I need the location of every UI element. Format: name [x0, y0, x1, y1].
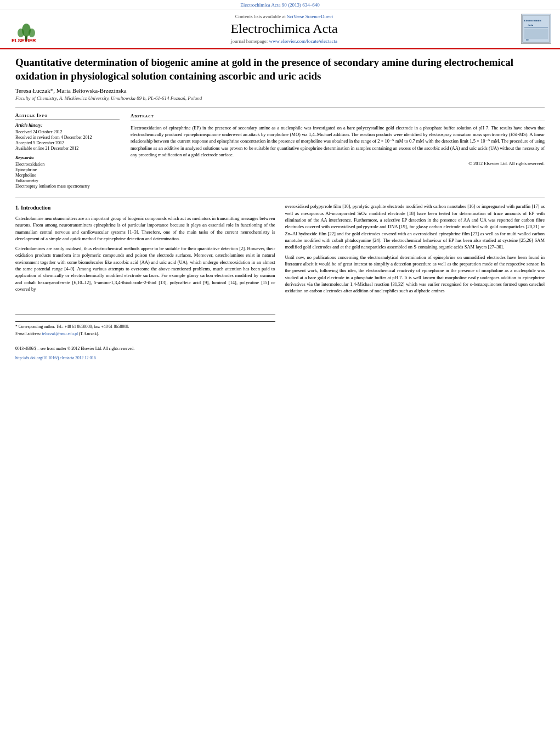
- email-link[interactable]: teluczak@amu.edu.pl: [42, 331, 78, 336]
- abstract-copyright: © 2012 Elsevier Ltd. All rights reserved…: [131, 160, 545, 167]
- doi-link[interactable]: http://dx.doi.org/10.1016/j.electacta.20…: [15, 355, 96, 361]
- journal-title: Electrochimica Acta: [58, 21, 510, 36]
- footnote-divider: [15, 321, 275, 322]
- article-title: Quantitative determination of biogenic a…: [15, 56, 545, 83]
- keyword-3: Morpholine: [15, 173, 120, 178]
- article-info-abstract: Article Info Article history: Received 2…: [15, 108, 545, 189]
- svg-rect-11: [524, 29, 548, 39]
- article-info-heading: Article Info: [15, 112, 120, 120]
- journal-citation: Electrochimica Acta 90 (2013) 634–640: [240, 2, 319, 8]
- homepage-line: journal homepage: www.elsevier.com/locat…: [58, 38, 510, 44]
- body-right-column: overoxidised polypyrrole film [10], pyro…: [285, 203, 545, 361]
- section-1-title: 1. Introduction: [15, 204, 275, 212]
- svg-text:Electrochimica: Electrochimica: [524, 19, 541, 22]
- svg-text:ISE: ISE: [526, 39, 529, 41]
- contents-available-line: Contents lists available at SciVerse Sci…: [58, 14, 510, 19]
- keyword-1: Electrooxidation: [15, 162, 120, 167]
- keywords-label: Keywords:: [15, 155, 120, 160]
- svg-point-4: [29, 29, 35, 37]
- svg-point-3: [18, 29, 24, 37]
- body-left-column: 1. Introduction Catecholamine neurotrans…: [15, 203, 275, 361]
- article-container: Quantitative determination of biogenic a…: [0, 49, 560, 368]
- received-date: Received 24 October 2012: [15, 129, 120, 134]
- journal-homepage-link[interactable]: www.elsevier.com/locate/electacta: [269, 38, 337, 44]
- article-history-label: Article history:: [15, 123, 120, 128]
- abstract-text: Electrooxidation of epinephrine (EP) in …: [131, 125, 545, 167]
- keyword-5: Electrospray ionisation mass spectrometr…: [15, 184, 120, 189]
- body-para-right-1: overoxidised polypyrrole film [10], pyro…: [285, 203, 545, 250]
- accepted-date: Accepted 5 December 2012: [15, 140, 120, 145]
- doi-line: http://dx.doi.org/10.1016/j.electacta.20…: [15, 355, 275, 361]
- body-para-right-2: Until now, no publications concerning th…: [285, 254, 545, 295]
- article-info-column: Article Info Article history: Received 2…: [15, 112, 120, 189]
- abstract-column: Abstract Electrooxidation of epinephrine…: [131, 112, 545, 189]
- abstract-heading: Abstract: [131, 112, 545, 121]
- journal-citation-bar: Electrochimica Acta 90 (2013) 634–640: [0, 0, 560, 9]
- article-affiliation: Faculty of Chemistry, A. Mickiewicz Univ…: [15, 95, 545, 101]
- elsevier-logo: ELSEVIER: [9, 14, 47, 44]
- copyright-line: 0013-4686/$ – see front matter © 2012 El…: [15, 346, 134, 352]
- svg-text:ELSEVIER: ELSEVIER: [12, 38, 36, 43]
- footer-bottom: 0013-4686/$ – see front matter © 2012 El…: [15, 346, 275, 352]
- body-columns: 1. Introduction Catecholamine neurotrans…: [15, 197, 545, 361]
- email-note: E-mail address: teluczak@amu.edu.pl (T. …: [15, 331, 275, 337]
- journal-header: ELSEVIER Contents lists available at Sci…: [0, 9, 560, 49]
- keyword-4: Voltammetry: [15, 178, 120, 183]
- journal-cover-logo: Electrochimica Acta ISE: [521, 14, 551, 44]
- footnote-area: * Corresponding author. Tel.: +48 61 865…: [15, 314, 275, 361]
- body-para-2: Catecholamines are easily oxidised, thus…: [15, 245, 275, 292]
- svg-text:Acta: Acta: [528, 24, 534, 26]
- corresponding-author-note: * Corresponding author. Tel.: +48 61 865…: [15, 324, 275, 330]
- keyword-2: Epinephrine: [15, 167, 120, 172]
- article-authors: Teresa Łuczak*, Maria Bełtowska-Brzezins…: [15, 87, 545, 94]
- revised-date: Received in revised form 4 December 2012: [15, 135, 120, 140]
- sciverse-link[interactable]: SciVerse ScienceDirect: [287, 14, 333, 19]
- body-para-1: Catecholamine neurotransmitters are an i…: [15, 215, 275, 242]
- online-date: Available online 21 December 2012: [15, 146, 120, 151]
- journal-center-header: Contents lists available at SciVerse Sci…: [58, 14, 510, 44]
